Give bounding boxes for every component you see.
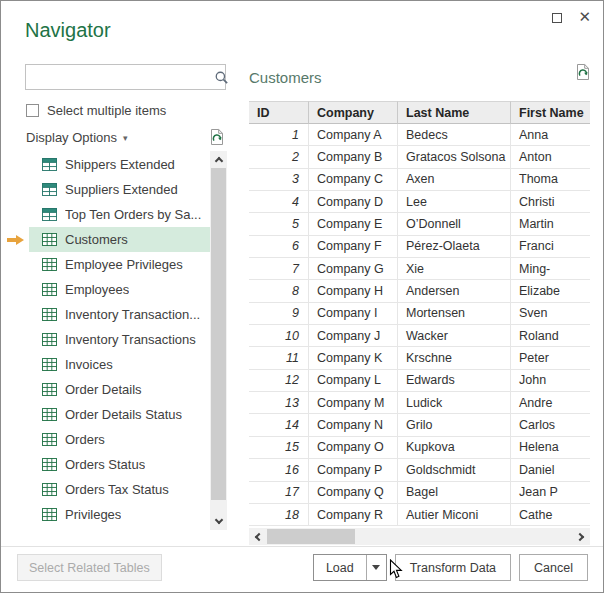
- cell-id: 18: [249, 504, 309, 526]
- cell-first-name: Martin: [511, 213, 590, 235]
- tree-item-label: Order Details: [65, 382, 142, 397]
- cell-last-name: Wacker: [398, 325, 511, 347]
- column-header-last-name[interactable]: Last Name: [398, 101, 511, 124]
- tree-item-order-details-status[interactable]: Order Details Status: [29, 402, 210, 427]
- load-dropdown-button[interactable]: [366, 555, 386, 580]
- selection-arrow-icon: [7, 234, 25, 246]
- cancel-button[interactable]: Cancel: [519, 554, 588, 581]
- close-icon[interactable]: ✕: [578, 10, 591, 24]
- cell-id: 11: [249, 347, 309, 369]
- cell-id: 4: [249, 191, 309, 213]
- cell-first-name: Andre: [511, 392, 590, 414]
- tree-item-orders-tax-status[interactable]: Orders Tax Status: [29, 477, 210, 502]
- table-icon: [42, 308, 57, 321]
- table-icon: [42, 233, 57, 246]
- search-icon[interactable]: [214, 70, 229, 85]
- tree-item-inventory-transactions[interactable]: Inventory Transactions: [29, 327, 210, 352]
- column-header-company[interactable]: Company: [309, 101, 398, 124]
- cell-first-name: Thoma: [511, 169, 590, 191]
- cell-id: 14: [249, 414, 309, 436]
- cell-company: Company D: [309, 191, 398, 213]
- tree-item-shippers-extended[interactable]: Shippers Extended: [29, 152, 210, 177]
- view-icon: [42, 183, 57, 196]
- search-input[interactable]: [26, 65, 214, 89]
- cell-first-name: Helena: [511, 437, 590, 459]
- cell-last-name: Grilo: [398, 414, 511, 436]
- tree-item-label: Employees: [65, 282, 129, 297]
- cell-id: 9: [249, 303, 309, 325]
- chevron-down-icon: [372, 565, 380, 570]
- table-icon: [42, 408, 57, 421]
- tree-item-label: Privileges: [65, 507, 121, 522]
- display-options-label[interactable]: Display Options: [26, 130, 117, 145]
- cell-first-name: Daniel: [511, 459, 590, 481]
- table-row: 13Company MLudickAndre: [249, 392, 590, 414]
- tree-item-orders[interactable]: Orders: [29, 427, 210, 452]
- column-header-id[interactable]: ID: [249, 101, 309, 124]
- table-row: 1Company ABedecsAnna: [249, 124, 590, 146]
- cell-company: Company O: [309, 437, 398, 459]
- table-header-row: ID Company Last Name First Name: [249, 101, 590, 124]
- table-row: 11Company KKrschnePeter: [249, 347, 590, 369]
- tree-scrollbar[interactable]: [210, 151, 227, 530]
- cell-company: Company M: [309, 392, 398, 414]
- table-row: 8Company HAndersenElizabe: [249, 280, 590, 302]
- view-icon: [42, 208, 57, 221]
- tree-item-customers[interactable]: Customers: [29, 227, 210, 252]
- tree-item-label: Order Details Status: [65, 407, 182, 422]
- column-header-first-name[interactable]: First Name: [511, 101, 590, 124]
- tree-item-order-details[interactable]: Order Details: [29, 377, 210, 402]
- tree-item-top-ten-orders[interactable]: Top Ten Orders by Sa...: [29, 202, 210, 227]
- cell-id: 7: [249, 258, 309, 280]
- footer-divider: [1, 546, 603, 547]
- cell-company: Company K: [309, 347, 398, 369]
- display-options-row: Display Options ▾: [26, 128, 226, 146]
- tree-scrollbar-thumb[interactable]: [211, 168, 226, 500]
- preview-horizontal-scrollbar[interactable]: [249, 528, 590, 545]
- tree-item-employees[interactable]: Employees: [29, 277, 210, 302]
- cell-id: 2: [249, 146, 309, 168]
- cell-first-name: Ming-: [511, 258, 590, 280]
- tree-item-privileges[interactable]: Privileges: [29, 502, 210, 527]
- scroll-left-button[interactable]: [249, 528, 266, 545]
- tree-item-inventory-transaction[interactable]: Inventory Transaction...: [29, 302, 210, 327]
- cell-company: Company F: [309, 236, 398, 258]
- table-row: 5Company EO’DonnellMartin: [249, 213, 590, 235]
- refresh-preview-icon[interactable]: [574, 63, 592, 81]
- tree-item-suppliers-extended[interactable]: Suppliers Extended: [29, 177, 210, 202]
- cell-first-name: Peter: [511, 347, 590, 369]
- cell-company: Company Q: [309, 482, 398, 504]
- maximize-icon[interactable]: [552, 13, 562, 23]
- cell-first-name: Elizabe: [511, 280, 590, 302]
- cell-last-name: Bagel: [398, 482, 511, 504]
- cell-first-name: Sven: [511, 303, 590, 325]
- cell-last-name: Bedecs: [398, 124, 511, 146]
- scroll-right-button[interactable]: [573, 528, 590, 545]
- transform-data-button[interactable]: Transform Data: [395, 554, 511, 581]
- select-multiple-checkbox[interactable]: [26, 104, 39, 117]
- search-box: [25, 64, 226, 90]
- table-row: 9Company IMortensenSven: [249, 303, 590, 325]
- cell-first-name: Anna: [511, 124, 590, 146]
- load-button[interactable]: Load: [314, 555, 366, 580]
- tree-item-invoices[interactable]: Invoices: [29, 352, 210, 377]
- refresh-preview-icon[interactable]: [208, 128, 226, 146]
- cell-last-name: Pérez-Olaeta: [398, 236, 511, 258]
- preview-scrollbar-thumb[interactable]: [267, 529, 355, 544]
- cell-company: Company C: [309, 169, 398, 191]
- scroll-up-button[interactable]: [210, 151, 227, 168]
- cell-first-name: Roland: [511, 325, 590, 347]
- tree-item-label: Top Ten Orders by Sa...: [65, 207, 201, 222]
- table-row: 18Company RAutier MiconiCathe: [249, 504, 590, 526]
- table-row: 17Company QBagelJean P: [249, 482, 590, 504]
- tree-item-orders-status[interactable]: Orders Status: [29, 452, 210, 477]
- tree-item-employee-privileges[interactable]: Employee Privileges: [29, 252, 210, 277]
- table-row: 14Company NGriloCarlos: [249, 414, 590, 436]
- cell-id: 3: [249, 169, 309, 191]
- table-row: 7Company GXieMing-: [249, 258, 590, 280]
- table-row: 4Company DLeeChristi: [249, 191, 590, 213]
- scroll-down-button[interactable]: [210, 513, 227, 530]
- cell-id: 6: [249, 236, 309, 258]
- table-row: 12Company LEdwardsJohn: [249, 370, 590, 392]
- chevron-down-icon[interactable]: ▾: [123, 133, 128, 143]
